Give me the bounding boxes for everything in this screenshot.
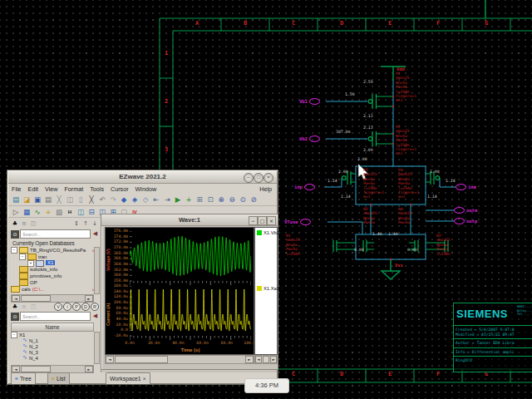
scroll-right-arrow[interactable]: ►: [245, 356, 254, 363]
wave-minimize-button[interactable]: −: [249, 216, 258, 225]
toolbar-icon[interactable]: +: [43, 207, 53, 217]
scroll-left-arrow[interactable]: ◄: [12, 295, 20, 302]
minimize-button[interactable]: −: [244, 173, 254, 183]
menu-tools[interactable]: Tools: [86, 185, 107, 193]
expand-toggle[interactable]: −: [11, 247, 17, 254]
toolbar-icon[interactable]: ∿: [32, 207, 42, 217]
tree-item-op[interactable]: OP: [11, 279, 94, 286]
toolbar-icon[interactable]: ▦: [22, 207, 32, 217]
voltage-plot[interactable]: [130, 231, 251, 286]
toolbar-icon[interactable]: ▤: [43, 195, 53, 204]
signal-item-n_4[interactable]: ∿N_4: [11, 355, 94, 361]
scroll-left-arrow[interactable]: ◄: [255, 356, 262, 363]
toolbar-icon[interactable]: H: [65, 207, 75, 217]
sidebar-toolbar-icon[interactable]: ♣: [11, 219, 19, 228]
signal-search-input[interactable]: [20, 312, 91, 321]
toolbar-icon[interactable]: ⊟: [86, 207, 96, 217]
tree-item-tb_ringvco_resultspa[interactable]: −TB_RingVCO_ResultsPa›: [11, 247, 94, 254]
toolbar-icon[interactable]: ▣: [32, 195, 42, 204]
toolbar-icon[interactable]: ╳: [54, 195, 64, 204]
clear-filter-icon[interactable]: ◀: [91, 230, 99, 238]
toolbar-icon[interactable]: ▤: [11, 195, 21, 204]
wave-restore-button[interactable]: □: [258, 216, 267, 225]
toolbar-icon[interactable]: ◇: [140, 195, 150, 204]
expand-toggle[interactable]: −: [11, 332, 17, 338]
scroll-thumb[interactable]: [21, 366, 51, 372]
toolbar-icon[interactable]: ◫: [76, 207, 86, 217]
workspace-close-icon[interactable]: ×: [143, 376, 146, 382]
tree-item-primitives_info[interactable]: primitives_info: [11, 273, 94, 279]
signal-vscrollbar[interactable]: [94, 332, 100, 364]
sidebar-toolbar-icon[interactable]: ↕: [72, 219, 81, 228]
legend-hscrollbar[interactable]: ◄►: [254, 355, 278, 364]
toolbar-icon[interactable]: ⊖: [227, 195, 237, 204]
filter-r-button[interactable]: R: [91, 303, 99, 311]
chart-hscrollbar[interactable]: ◄►: [105, 355, 254, 364]
sidebar-toolbar-icon[interactable]: ≡: [20, 219, 28, 228]
toolbar-icon[interactable]: ╳: [86, 195, 96, 204]
window-titlebar[interactable]: EZwave 2021.2 − □ ×: [8, 171, 277, 184]
scroll-right-arrow[interactable]: ►: [270, 356, 277, 363]
tab-tree[interactable]: ≡Tree: [11, 372, 36, 384]
toolbar-icon[interactable]: ▧: [54, 207, 64, 217]
menu-file[interactable]: File: [8, 185, 25, 193]
sidebar-toolbar-icon[interactable]: ♣: [11, 303, 19, 311]
toolbar-icon[interactable]: ◈: [130, 195, 140, 204]
menu-cursor[interactable]: Cursor: [107, 185, 132, 193]
expand-toggle[interactable]: +: [27, 260, 34, 267]
toolbar-icon[interactable]: ⇤: [151, 195, 161, 204]
sidebar-toolbar-icon[interactable]: ≡: [20, 303, 28, 311]
toolbar-icon[interactable]: ⊞: [195, 195, 204, 204]
toolbar-icon[interactable]: +: [184, 195, 194, 204]
tree-vscrollbar[interactable]: [94, 247, 100, 294]
wave-titlebar[interactable]: Wave:1 − □ ×: [101, 214, 278, 226]
scroll-right-arrow[interactable]: ►: [85, 295, 93, 302]
toolbar-icon[interactable]: ⊡: [205, 195, 215, 204]
scroll-thumb[interactable]: [263, 356, 270, 363]
scroll-right-arrow[interactable]: ►: [85, 366, 93, 372]
close-button[interactable]: ×: [264, 173, 273, 183]
filter-v-button[interactable]: V: [54, 303, 62, 311]
name-column-header[interactable]: Name: [11, 323, 94, 332]
database-search-input[interactable]: [20, 229, 91, 239]
tree-item-x1[interactable]: +X1: [11, 260, 94, 267]
tab-list[interactable]: ≡List: [47, 372, 70, 384]
maximize-button[interactable]: □: [254, 173, 264, 183]
tree-item-cals[interactable]: cals (C:\...›: [11, 286, 94, 293]
toolbar-icon[interactable]: ▶: [173, 195, 183, 204]
filter-i-button[interactable]: I: [63, 303, 71, 311]
expand-toggle[interactable]: −: [19, 254, 26, 260]
toolbar-icon[interactable]: ◆: [119, 195, 129, 204]
sidebar-toolbar-icon[interactable]: ↑: [81, 219, 90, 228]
clear-filter-icon[interactable]: ◀: [91, 313, 99, 320]
toolbar-icon[interactable]: ↶: [97, 195, 107, 204]
scroll-thumb[interactable]: [21, 295, 51, 302]
legend-item[interactable]: X1.Xa1.F: [257, 286, 283, 291]
menu-help[interactable]: Help: [254, 185, 277, 193]
tree-item-subckts_info[interactable]: subckts_info: [11, 266, 94, 273]
menu-format[interactable]: Format: [61, 185, 86, 193]
wave-close-button[interactable]: ×: [267, 216, 276, 225]
toolbar-icon[interactable]: ▯: [76, 195, 86, 204]
toolbar-icon[interactable]: ↷: [108, 195, 118, 204]
toolbar-icon[interactable]: ▷: [11, 207, 21, 217]
toolbar-icon[interactable]: ◫: [65, 195, 75, 204]
scroll-left-arrow[interactable]: ◄: [12, 366, 20, 372]
toolbar-icon[interactable]: ⇥: [162, 195, 172, 204]
sidebar-toolbar-icon[interactable]: ◫: [29, 219, 37, 228]
menu-view[interactable]: View: [42, 185, 61, 193]
toolbar-icon[interactable]: ⊘: [249, 195, 259, 204]
sidebar-toolbar-icon[interactable]: ◫: [29, 303, 37, 311]
legend-item[interactable]: X1.Vb2: [257, 230, 279, 235]
filter-d-button[interactable]: D: [81, 303, 90, 311]
menu-edit[interactable]: Edit: [25, 185, 42, 193]
filter-p-button[interactable]: P: [72, 303, 81, 311]
scroll-thumb[interactable]: [115, 356, 168, 363]
toolbar-icon[interactable]: ◪: [22, 195, 32, 204]
tree-item-tran[interactable]: −tran: [11, 254, 94, 260]
toolbar-icon[interactable]: ⊙: [238, 195, 248, 204]
menu-window[interactable]: Window: [132, 185, 160, 193]
toolbar-icon[interactable]: ⊕: [216, 195, 226, 204]
scroll-left-arrow[interactable]: ◄: [106, 356, 114, 363]
sidebar-toolbar-icon[interactable]: ↓: [91, 219, 99, 228]
